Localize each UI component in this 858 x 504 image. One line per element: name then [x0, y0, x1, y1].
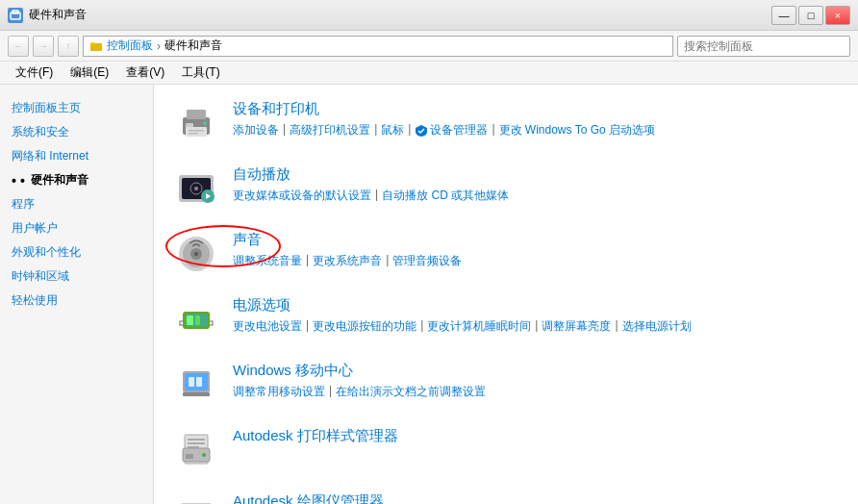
path-current: 硬件和声音: [164, 38, 222, 54]
link-manage-audio[interactable]: 管理音频设备: [392, 253, 462, 269]
sidebar-item-appearance[interactable]: 外观和个性化: [0, 240, 153, 265]
svg-rect-6: [186, 127, 207, 137]
section-autodesk-print: Autodesk 打印样式管理器: [173, 427, 839, 473]
autoplay-body: 自动播放 更改媒体或设备的默认设置 | 自动播放 CD 或其他媒体: [233, 165, 509, 204]
menu-bar: 文件(F) 编辑(E) 查看(V) 工具(T): [0, 62, 858, 85]
section-sound: 声音 调整系统音量 | 更改系统声音 | 管理音频设备: [173, 231, 839, 277]
mobile-title[interactable]: Windows 移动中心: [233, 362, 486, 380]
svg-rect-27: [196, 377, 202, 387]
title-bar-title: 硬件和声音: [29, 7, 87, 23]
section-autodesk-plotter: Autodesk 绘图仪管理器: [173, 492, 839, 504]
mobile-icon: [173, 362, 219, 408]
svg-rect-22: [187, 315, 193, 325]
printer-title[interactable]: 设备和打印机: [233, 100, 655, 118]
close-button[interactable]: ×: [825, 6, 850, 25]
sidebar-item-programs[interactable]: 程序: [0, 192, 153, 216]
link-autoplay-cd[interactable]: 自动播放 CD 或其他媒体: [382, 188, 509, 204]
section-printer: 设备和打印机 添加设备 | 高级打印机设置 | 鼠标 | 设备管理器 | 更改 …: [173, 100, 839, 146]
svg-point-13: [194, 187, 198, 190]
svg-point-19: [194, 252, 198, 256]
power-icon: [173, 296, 219, 342]
autodesk-plotter-body: Autodesk 绘图仪管理器: [233, 492, 384, 504]
autodesk-print-body: Autodesk 打印样式管理器: [233, 427, 398, 449]
svg-rect-7: [189, 130, 204, 132]
up-button[interactable]: ↑: [58, 36, 79, 57]
title-bar-controls: — □ ×: [771, 6, 850, 25]
link-device-manager[interactable]: 设备管理器: [430, 122, 488, 139]
link-mouse[interactable]: 鼠标: [381, 122, 404, 139]
maximize-button[interactable]: □: [798, 6, 823, 25]
link-sleep[interactable]: 更改计算机睡眠时间: [427, 318, 531, 335]
power-title[interactable]: 电源选项: [233, 296, 692, 315]
address-bar: ← → ↑ 控制面板 › 硬件和声音: [0, 31, 858, 62]
link-adjust-volume[interactable]: 调整系统音量: [233, 253, 302, 269]
svg-point-9: [203, 121, 207, 125]
svg-rect-2: [90, 43, 102, 51]
autoplay-title[interactable]: 自动播放: [233, 165, 509, 184]
power-links: 更改电池设置 | 更改电源按钮的功能 | 更改计算机睡眠时间 | 调整屏幕亮度 …: [233, 318, 692, 335]
link-windows-to-go[interactable]: 更改 Windows To Go 启动选项: [499, 122, 655, 139]
section-power: 电源选项 更改电池设置 | 更改电源按钮的功能 | 更改计算机睡眠时间 | 调整…: [173, 296, 839, 342]
minimize-button[interactable]: —: [771, 6, 796, 25]
section-autoplay: 自动播放 更改媒体或设备的默认设置 | 自动播放 CD 或其他媒体: [173, 165, 839, 212]
link-change-media[interactable]: 更改媒体或设备的默认设置: [233, 188, 371, 204]
title-bar: 硬件和声音 — □ ×: [0, 0, 858, 31]
sidebar-item-clock[interactable]: 时钟和区域: [0, 265, 153, 289]
autodesk-plotter-title[interactable]: Autodesk 绘图仪管理器: [233, 492, 384, 504]
svg-rect-28: [183, 392, 210, 396]
sound-icon: [173, 231, 219, 277]
mobile-links: 调整常用移动设置 | 在给出演示文档之前调整设置: [233, 384, 486, 400]
menu-tools[interactable]: 工具(T): [174, 63, 227, 83]
sound-title[interactable]: 声音: [233, 231, 462, 249]
power-body: 电源选项 更改电池设置 | 更改电源按钮的功能 | 更改计算机睡眠时间 | 调整…: [233, 296, 692, 335]
printer-links: 添加设备 | 高级打印机设置 | 鼠标 | 设备管理器 | 更改 Windows…: [233, 122, 655, 139]
search-input[interactable]: [677, 36, 850, 57]
menu-file[interactable]: 文件(F): [8, 63, 61, 83]
link-battery[interactable]: 更改电池设置: [233, 318, 302, 335]
forward-button[interactable]: →: [33, 36, 54, 57]
svg-rect-8: [189, 133, 198, 135]
sound-body: 声音 调整系统音量 | 更改系统声音 | 管理音频设备: [233, 231, 462, 269]
printer-icon: [173, 100, 219, 146]
printer-body: 设备和打印机 添加设备 | 高级打印机设置 | 鼠标 | 设备管理器 | 更改 …: [233, 100, 655, 139]
link-power-plan[interactable]: 选择电源计划: [622, 318, 692, 335]
mobile-body: Windows 移动中心 调整常用移动设置 | 在给出演示文档之前调整设置: [233, 362, 486, 400]
svg-rect-26: [189, 377, 194, 387]
address-path: 控制面板 › 硬件和声音: [83, 36, 673, 57]
svg-rect-30: [188, 439, 205, 441]
autodesk-plotter-icon: [173, 492, 219, 504]
link-brightness[interactable]: 调整屏幕亮度: [542, 318, 611, 335]
link-mobile-settings[interactable]: 调整常用移动设置: [233, 384, 325, 400]
menu-edit[interactable]: 编辑(E): [63, 63, 116, 83]
svg-rect-23: [195, 315, 200, 325]
autodesk-print-title[interactable]: Autodesk 打印样式管理器: [233, 427, 398, 445]
content-area: 设备和打印机 添加设备 | 高级打印机设置 | 鼠标 | 设备管理器 | 更改 …: [154, 85, 858, 504]
sidebar-item-users[interactable]: 用户帐户: [0, 216, 153, 240]
svg-point-35: [202, 453, 206, 457]
shield-icon: [415, 124, 428, 138]
folder-icon: [89, 39, 103, 53]
menu-view[interactable]: 查看(V): [118, 63, 172, 83]
link-power-button[interactable]: 更改电源按钮的功能: [313, 318, 416, 335]
sidebar-item-home[interactable]: 控制面板主页: [0, 96, 153, 120]
sound-links: 调整系统音量 | 更改系统声音 | 管理音频设备: [233, 253, 462, 269]
autoplay-icon: [173, 165, 219, 212]
sidebar-item-system[interactable]: 系统和安全: [0, 120, 153, 144]
sidebar: 控制面板主页 系统和安全 网络和 Internet •硬件和声音 程序 用户帐户…: [0, 85, 154, 504]
svg-rect-34: [186, 454, 193, 459]
link-change-sound[interactable]: 更改系统声音: [313, 253, 382, 269]
sidebar-item-ease[interactable]: 轻松使用: [0, 289, 153, 313]
sidebar-item-network[interactable]: 网络和 Internet: [0, 144, 153, 168]
section-mobile: Windows 移动中心 调整常用移动设置 | 在给出演示文档之前调整设置: [173, 362, 839, 408]
path-control-panel[interactable]: 控制面板: [107, 38, 153, 54]
main-layout: 控制面板主页 系统和安全 网络和 Internet •硬件和声音 程序 用户帐户…: [0, 85, 858, 504]
back-button[interactable]: ←: [8, 36, 29, 57]
svg-rect-5: [187, 110, 206, 119]
svg-rect-31: [188, 442, 205, 444]
title-bar-icon: [8, 8, 23, 23]
autodesk-print-icon: [173, 427, 219, 473]
link-presentation[interactable]: 在给出演示文档之前调整设置: [336, 384, 486, 400]
link-add-device[interactable]: 添加设备: [233, 122, 279, 139]
link-advanced-printer[interactable]: 高级打印机设置: [290, 122, 370, 139]
sidebar-item-hardware[interactable]: •硬件和声音: [0, 168, 153, 192]
